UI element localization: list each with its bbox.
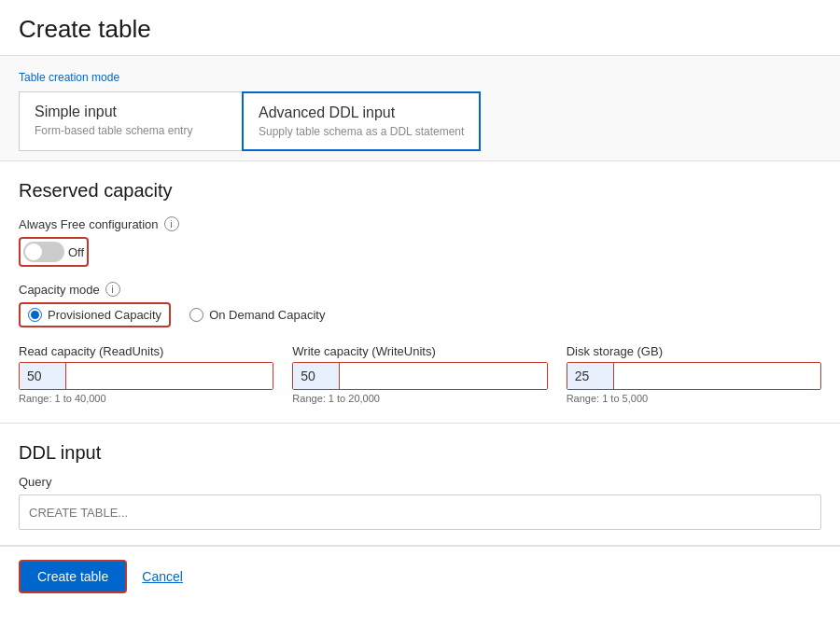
advanced-ddl-card[interactable]: Advanced DDL input Supply table schema a… [242, 91, 481, 151]
simple-title: Simple input [35, 104, 227, 120]
action-bar: Create table Cancel [0, 546, 840, 606]
page-wrapper: Create table Table creation mode Simple … [0, 0, 840, 640]
toggle-container: Off [19, 237, 89, 267]
ddl-title: DDL input [19, 442, 821, 464]
write-input[interactable] [340, 363, 546, 389]
read-label: Read capacity (ReadUnits) [19, 344, 273, 358]
read-range: Range: 1 to 40,000 [19, 393, 273, 404]
write-value: 50 [293, 363, 340, 389]
provisioned-label: Provisioned Capacity [48, 308, 161, 322]
mode-section: Table creation mode Simple input Form-ba… [0, 56, 840, 161]
cancel-button[interactable]: Cancel [142, 569, 183, 584]
capacity-mode-info-icon[interactable]: i [105, 282, 120, 297]
write-label: Write capacity (WriteUnits) [292, 344, 547, 358]
query-input[interactable] [19, 494, 821, 530]
simple-desc: Form-based table schema entry [35, 124, 227, 137]
write-range: Range: 1 to 20,000 [292, 393, 547, 404]
always-free-label: Always Free configuration i [19, 216, 821, 231]
disk-input-wrapper: 25 [567, 362, 821, 390]
page-title: Create table [19, 15, 821, 44]
disk-storage-field: Disk storage (GB) 25 Range: 1 to 5,000 [567, 344, 821, 404]
on-demand-radio[interactable] [189, 308, 203, 322]
disk-input[interactable] [614, 363, 820, 389]
read-value: 50 [20, 363, 66, 389]
capacity-inputs: Read capacity (ReadUnits) 50 Range: 1 to… [19, 344, 821, 404]
disk-range: Range: 1 to 5,000 [567, 393, 821, 404]
capacity-mode-row: Provisioned Capacity On Demand Capacity [19, 302, 821, 327]
advanced-title: Advanced DDL input [259, 104, 464, 121]
toggle-off-label: Off [68, 245, 84, 259]
advanced-desc: Supply table schema as a DDL statement [259, 125, 464, 138]
read-capacity-field: Read capacity (ReadUnits) 50 Range: 1 to… [19, 344, 273, 404]
query-label: Query [19, 475, 821, 489]
page-header: Create table [0, 0, 840, 56]
disk-label: Disk storage (GB) [567, 344, 821, 358]
disk-value: 25 [567, 363, 614, 389]
on-demand-label: On Demand Capacity [209, 308, 325, 322]
write-input-wrapper: 50 [292, 362, 547, 390]
toggle-slider [23, 242, 64, 262]
provisioned-capacity-option[interactable]: Provisioned Capacity [19, 302, 171, 327]
create-table-button[interactable]: Create table [19, 560, 127, 593]
simple-input-card[interactable]: Simple input Form-based table schema ent… [19, 91, 243, 151]
read-input-wrapper: 50 [19, 362, 273, 390]
on-demand-capacity-option[interactable]: On Demand Capacity [189, 308, 325, 322]
write-capacity-field: Write capacity (WriteUnits) 50 Range: 1 … [292, 344, 547, 404]
always-free-toggle[interactable] [23, 242, 64, 262]
reserved-capacity-section: Reserved capacity Always Free configurat… [0, 161, 840, 424]
ddl-section: DDL input Query [0, 424, 840, 546]
toggle-wrapper: Off [19, 237, 821, 267]
reserved-capacity-title: Reserved capacity [19, 180, 821, 202]
provisioned-radio[interactable] [28, 308, 42, 322]
read-input[interactable] [66, 363, 273, 389]
mode-cards: Simple input Form-based table schema ent… [19, 91, 821, 151]
always-free-info-icon[interactable]: i [164, 216, 179, 231]
mode-label: Table creation mode [19, 71, 821, 84]
capacity-mode-label: Capacity mode i [19, 282, 821, 297]
